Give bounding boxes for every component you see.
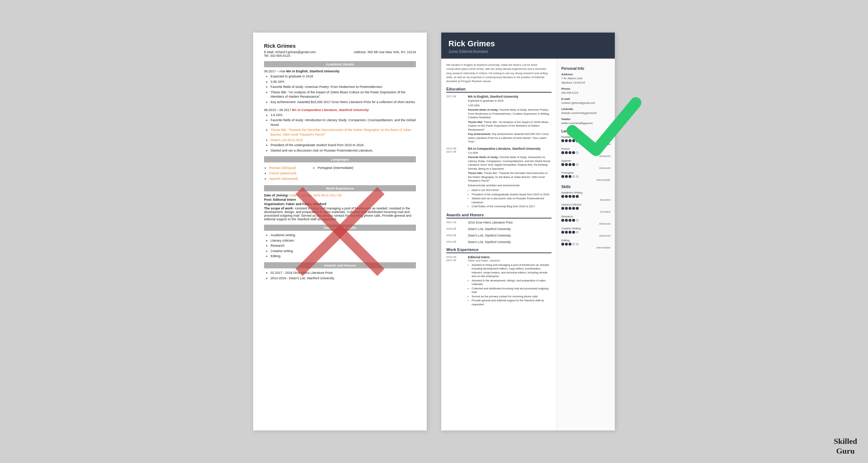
- left-name: Rick Grimes: [264, 43, 416, 49]
- dot: [572, 219, 575, 222]
- work-date: 2015-06 - 2017-09: [446, 255, 465, 307]
- lang-col-right: Portugese (intermediate): [312, 166, 353, 182]
- list-item: French (advanced): [269, 171, 298, 176]
- list-item: Collected and distributed incoming mail …: [472, 287, 552, 294]
- list-item: Chief Editor of the University Blog from…: [472, 205, 552, 209]
- edu-ma-date: 09.2017 – now: [264, 69, 285, 73]
- lang-spanish: Spanish Advanced: [561, 159, 610, 169]
- list-item: Served as the primary contact for incomi…: [472, 295, 552, 299]
- dot: [576, 139, 579, 142]
- work-bullets: Assisted in hiring and managing a pool o…: [468, 263, 552, 307]
- lang-russian: Russian Bilingual: [561, 135, 610, 145]
- list-item: Russian (bilingual): [269, 166, 298, 170]
- list-item: Key achievement: Awarded $15,000 2017 Dr…: [271, 100, 416, 105]
- ba-extra-title: Extracurricular activities and achieveme…: [468, 184, 552, 188]
- skill-creative-writing: Creative Writing Advanced: [561, 227, 610, 237]
- ba-degree: BA in Comparative Literature, Stanford U…: [468, 147, 552, 150]
- right-sidebar: Personal Info Address 7 W. Adams LaneSta…: [557, 59, 615, 430]
- left-contact: E-Mail: richard.f.grimes@gmail.com Tel: …: [264, 50, 416, 58]
- section-work-title: Work Experience: [446, 247, 552, 253]
- lang-russian-name: Russian: [561, 135, 610, 139]
- edu-ba-bullets: 3.9 GPA Favorite fields of study: Introd…: [264, 113, 416, 153]
- twitter-label: Twitter: [561, 118, 610, 121]
- award-4-date: 2014-06: [446, 240, 465, 244]
- edu-entry-ma: 2017-09 MA in English, Stanford Universi…: [446, 95, 552, 144]
- awards-list: 02.2017 - 2016 Drue Heinz Literature Pri…: [264, 271, 416, 280]
- ma-gpa2: 3.95 GPA: [468, 104, 552, 108]
- edu-ba-date: 08.2013 – 06.2017: [264, 108, 291, 112]
- dot: [576, 219, 579, 222]
- dot: [572, 231, 575, 234]
- dot: [565, 175, 568, 178]
- left-email: E-Mail: richard.f.grimes@gmail.com: [264, 50, 316, 54]
- award-4-text: Dean's List, Stanford University: [468, 240, 552, 244]
- list-item: President of the undergraduate student b…: [271, 143, 416, 148]
- dot: [569, 151, 571, 154]
- work-title: Editorial Intern: [468, 255, 552, 259]
- watermark: Skilled Guru: [834, 437, 857, 456]
- right-resume: Rick Grimes Junior Editorial Assistant M…: [441, 33, 615, 430]
- section-skills: Hard and Soft Skills: [264, 225, 416, 231]
- skill-editing-name: Editing: [561, 239, 610, 242]
- dot: [576, 231, 579, 234]
- skill-academic-writing: Academic Writing Excellent: [561, 191, 610, 201]
- skill-academic-writing-dots: [561, 195, 610, 198]
- list-item: Expected to graduate in 2018: [271, 74, 416, 79]
- work-post: Post: Editorial Intern: [264, 198, 416, 201]
- skill-academic-writing-name: Academic Writing: [561, 191, 610, 194]
- lang-russian-dots: [561, 139, 610, 142]
- email-value: richard.f.grimes@gmail.com: [561, 101, 610, 105]
- list-item: 3.95 GPA: [271, 80, 416, 84]
- list-item: Research: [271, 243, 416, 248]
- skill-editing-level: Intermediate: [561, 246, 610, 249]
- list-item: Assisted in the development, design, and…: [472, 279, 552, 286]
- ba-content: BA in Comparative Literature, Stanford U…: [468, 147, 552, 209]
- languages-title: Languages: [561, 129, 610, 133]
- dot: [569, 195, 571, 198]
- dot: [565, 195, 568, 198]
- edu-ba-degree: BA in Comparative Literature, Stanford U…: [292, 108, 369, 112]
- skill-literary-criticism-dots: [561, 207, 610, 210]
- ba-bullets: Dean's List 2014-2016 President of the u…: [468, 188, 552, 209]
- award-3-text: Dean's List, Stanford University: [468, 234, 552, 237]
- dot: [572, 151, 575, 154]
- list-item: Literary criticism: [271, 238, 416, 243]
- dot: [576, 175, 579, 178]
- left-tel: Tel: 202-555-0115: [264, 54, 290, 58]
- ma-content: MA in English, Stanford University Expec…: [468, 95, 552, 144]
- list-item: Dean's List 2014-2016: [472, 188, 552, 192]
- dot: [561, 195, 564, 198]
- list-item: 3.9 GPA: [271, 113, 416, 118]
- lang-french-level: Advanced: [561, 155, 610, 157]
- lang-portugese-dots: [561, 175, 610, 178]
- dot: [572, 195, 575, 198]
- ba-date: 2013-08 - 2017-06: [446, 147, 465, 209]
- ba-gpa: 3.9 GPA: [468, 151, 552, 155]
- lang-russian-level: Bilingual: [561, 143, 610, 145]
- skills-title: Skills: [561, 185, 610, 189]
- skill-research-name: Research: [561, 215, 610, 218]
- section-work: Work Experience: [264, 185, 416, 191]
- dot: [565, 243, 568, 246]
- lang-spanish-name: Spanish: [561, 159, 610, 162]
- skill-research-dots: [561, 219, 610, 222]
- right-main: MA Student in English at Stanford Univer…: [441, 59, 557, 430]
- ma-date: 2017-09: [446, 95, 465, 144]
- dot: [576, 163, 579, 166]
- ma-key: Key achievement: Key achievement: Awarde…: [468, 132, 552, 144]
- list-item: 02.2017 - 2016 Drue Heinz Literature Pri…: [271, 271, 416, 275]
- ma-fos: Favorite fields of study: Favorite field…: [468, 108, 552, 120]
- dot: [576, 151, 579, 154]
- lang-portugese: Portugese Intermediate: [561, 171, 610, 181]
- edu-entry-ba: 2013-08 - 2017-06 BA in Comparative Lite…: [446, 147, 552, 209]
- work-org: Organization: Faber and Faber, Stanford: [264, 202, 416, 206]
- list-item: Dean's List 2014-2016: [271, 138, 416, 143]
- right-name: Rick Grimes: [448, 39, 608, 48]
- work-date: Date of Joining: Date of Joining: 2015-0…: [264, 194, 416, 197]
- list-item: President of the undergraduate student b…: [472, 193, 552, 197]
- edu-entry-ma: 09.2017 – now MA in English, Stanford Un…: [264, 69, 416, 105]
- phone-value: 202-555-0115: [561, 91, 610, 95]
- left-resume: Rick Grimes E-Mail: richard.f.grimes@gma…: [253, 33, 427, 430]
- list-item: Started and ran a discussion club on Rus…: [271, 148, 416, 153]
- edu-entry-ba: 08.2013 – 06.2017 BA in Comparative Lite…: [264, 108, 416, 153]
